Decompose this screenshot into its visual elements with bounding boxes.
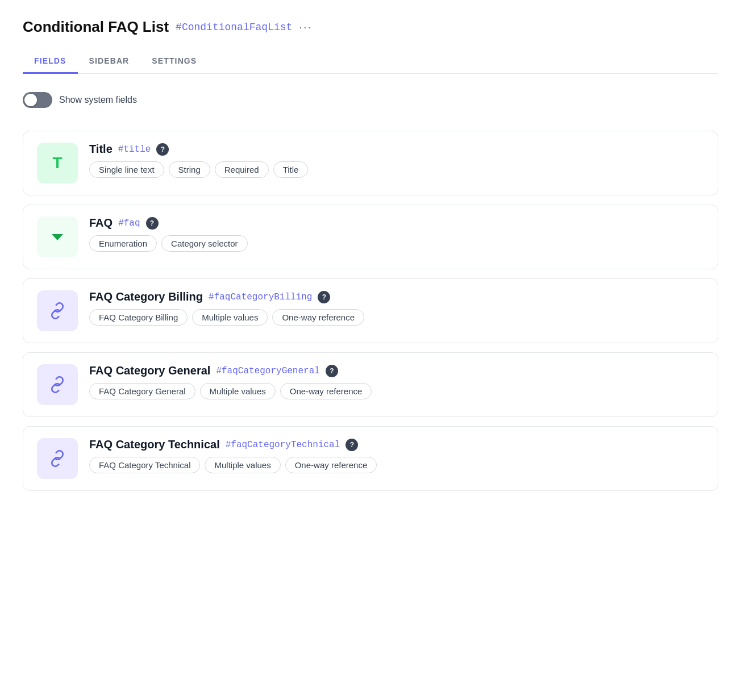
tab-bar: FIELDS SIDEBAR SETTINGS xyxy=(23,49,718,74)
field-icon-title: T xyxy=(37,143,78,184)
svg-marker-0 xyxy=(52,234,63,240)
help-icon-title[interactable]: ? xyxy=(156,143,169,156)
field-icon-faq xyxy=(37,216,78,257)
field-name-faq: FAQ xyxy=(89,216,113,230)
field-icon-faqCategoryTechnical xyxy=(37,438,78,479)
tab-sidebar[interactable]: SIDEBAR xyxy=(78,49,141,74)
field-info-faqCategoryGeneral: FAQ Category General #faqCategoryGeneral… xyxy=(89,364,704,399)
field-tags-faqCategoryGeneral: FAQ Category GeneralMultiple valuesOne-w… xyxy=(89,383,704,399)
field-name-row-title: Title #title ? xyxy=(89,143,704,156)
tab-settings[interactable]: SETTINGS xyxy=(140,49,208,74)
field-info-faq: FAQ #faq ? EnumerationCategory selector xyxy=(89,216,704,252)
field-tag: FAQ Category Technical xyxy=(89,457,200,473)
field-id-faqCategoryBilling: #faqCategoryBilling xyxy=(209,292,312,302)
field-tag: String xyxy=(169,161,210,178)
field-icon-faqCategoryBilling xyxy=(37,290,78,331)
field-name-row-faqCategoryBilling: FAQ Category Billing #faqCategoryBilling… xyxy=(89,290,704,303)
field-tags-title: Single line textStringRequiredTitle xyxy=(89,161,704,178)
field-tag: One-way reference xyxy=(285,457,377,473)
field-id-title: #title xyxy=(118,144,151,155)
field-name-faqCategoryGeneral: FAQ Category General xyxy=(89,364,210,377)
field-name-title: Title xyxy=(89,143,113,156)
field-tag: One-way reference xyxy=(272,309,364,326)
field-name-row-faqCategoryTechnical: FAQ Category Technical #faqCategoryTechn… xyxy=(89,438,704,451)
field-id-faqCategoryGeneral: #faqCategoryGeneral xyxy=(216,366,319,376)
help-icon-faqCategoryGeneral[interactable]: ? xyxy=(326,365,338,377)
field-tag: Category selector xyxy=(161,235,248,252)
system-fields-label: Show system fields xyxy=(59,95,137,105)
field-tag: Single line text xyxy=(89,161,164,178)
page-title: Conditional FAQ List xyxy=(23,18,169,36)
field-name-faqCategoryTechnical: FAQ Category Technical xyxy=(89,438,220,451)
system-fields-toggle-row: Show system fields xyxy=(23,92,718,108)
field-tag: Enumeration xyxy=(89,235,157,252)
field-info-faqCategoryTechnical: FAQ Category Technical #faqCategoryTechn… xyxy=(89,438,704,473)
field-icon-faqCategoryGeneral xyxy=(37,364,78,405)
field-info-faqCategoryBilling: FAQ Category Billing #faqCategoryBilling… xyxy=(89,290,704,326)
field-info-title: Title #title ? Single line textStringReq… xyxy=(89,143,704,178)
field-card-faqCategoryBilling[interactable]: FAQ Category Billing #faqCategoryBilling… xyxy=(23,278,718,343)
fields-list: T Title #title ? Single line textStringR… xyxy=(23,131,718,491)
help-icon-faq[interactable]: ? xyxy=(146,217,159,230)
tab-fields[interactable]: FIELDS xyxy=(23,49,78,74)
field-tag: FAQ Category General xyxy=(89,383,195,399)
field-tags-faq: EnumerationCategory selector xyxy=(89,235,704,252)
field-name-faqCategoryBilling: FAQ Category Billing xyxy=(89,290,203,303)
field-card-faqCategoryTechnical[interactable]: FAQ Category Technical #faqCategoryTechn… xyxy=(23,426,718,491)
page-header: Conditional FAQ List #ConditionalFaqList… xyxy=(23,18,718,36)
field-tags-faqCategoryBilling: FAQ Category BillingMultiple valuesOne-w… xyxy=(89,309,704,326)
system-fields-toggle[interactable] xyxy=(23,92,52,108)
help-icon-faqCategoryBilling[interactable]: ? xyxy=(318,291,330,303)
help-icon-faqCategoryTechnical[interactable]: ? xyxy=(345,439,358,451)
field-tag: Multiple values xyxy=(205,457,280,473)
field-tag: Multiple values xyxy=(200,383,276,399)
field-card-title[interactable]: T Title #title ? Single line textStringR… xyxy=(23,131,718,195)
field-tag: Required xyxy=(215,161,269,178)
field-tag: FAQ Category Billing xyxy=(89,309,188,326)
field-card-faq[interactable]: FAQ #faq ? EnumerationCategory selector xyxy=(23,205,718,269)
field-name-row-faqCategoryGeneral: FAQ Category General #faqCategoryGeneral… xyxy=(89,364,704,377)
more-options-icon[interactable]: ··· xyxy=(299,20,312,34)
field-card-faqCategoryGeneral[interactable]: FAQ Category General #faqCategoryGeneral… xyxy=(23,352,718,417)
page-id: #ConditionalFaqList xyxy=(176,22,292,33)
field-id-faq: #faq xyxy=(118,218,140,228)
field-id-faqCategoryTechnical: #faqCategoryTechnical xyxy=(226,440,340,450)
field-tag: Title xyxy=(273,161,309,178)
field-name-row-faq: FAQ #faq ? xyxy=(89,216,704,230)
field-tag: Multiple values xyxy=(192,309,268,326)
field-tag: One-way reference xyxy=(280,383,372,399)
field-tags-faqCategoryTechnical: FAQ Category TechnicalMultiple valuesOne… xyxy=(89,457,704,473)
